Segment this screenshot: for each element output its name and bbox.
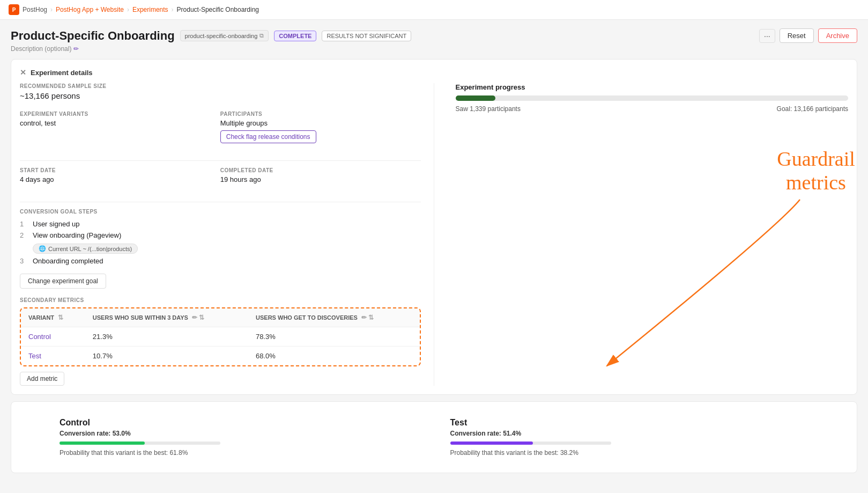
control-col1: 21.3% xyxy=(85,327,248,347)
progress-bar-fill xyxy=(456,95,496,101)
experiment-details-toggle[interactable]: ✕ Experiment details xyxy=(20,68,848,77)
variants-section: EXPERIMENT VARIANTS control, test xyxy=(20,111,220,143)
col-variant: VARIANT ⇅ xyxy=(21,308,85,327)
step-2: 2 View onboarding (Pageview) xyxy=(20,231,421,239)
page-title: Product-Specific Onboarding xyxy=(11,29,175,43)
dates-row: START DATE 4 days ago COMPLETED DATE 19 … xyxy=(20,167,421,194)
divider xyxy=(20,160,421,161)
test-col2: 68.0% xyxy=(248,347,419,366)
experiment-card: ✕ Experiment details RECOMMENDED SAMPLE … xyxy=(11,59,857,395)
result-control: Control Conversion rate: 53.0% Probabili… xyxy=(43,418,434,457)
sample-size-value: ~13,166 persons xyxy=(20,91,421,100)
sample-size-section: RECOMMENDED SAMPLE SIZE ~13,166 persons xyxy=(20,83,421,100)
secondary-metrics-label: SECONDARY METRICS xyxy=(20,297,421,303)
sample-size-label: RECOMMENDED SAMPLE SIZE xyxy=(20,83,421,89)
step-3: 3 Onboarding completed xyxy=(20,257,421,265)
secondary-metrics-section: SECONDARY METRICS VARIANT ⇅ xyxy=(20,297,421,386)
progress-section: Experiment progress Saw 1,339 participan… xyxy=(456,83,849,113)
description-row: Description (optional) ✏ xyxy=(11,45,857,53)
experiment-details-label: Experiment details xyxy=(31,69,93,77)
goal-steps-section: CONVERSION GOAL STEPS 1 User signed up 2… xyxy=(20,209,421,265)
current-page-label: Product-Specific Onboarding xyxy=(177,6,259,13)
metrics-table-wrapper: VARIANT ⇅ USERS WHO SUB WITHIN 3 DAYS ✏ … xyxy=(20,307,421,366)
progress-labels: Saw 1,339 participants Goal: 13,166 part… xyxy=(456,105,849,113)
collapse-icon: ✕ xyxy=(20,68,26,77)
result-control-cr: Conversion rate: 53.0% xyxy=(60,430,418,437)
results-section: Control Conversion rate: 53.0% Probabili… xyxy=(11,401,857,473)
title-row: Product-Specific Onboarding product-spec… xyxy=(11,29,411,43)
brand-link[interactable]: PostHog xyxy=(23,6,47,13)
start-date-label: START DATE xyxy=(20,167,220,173)
page-header: Product-Specific Onboarding product-spec… xyxy=(11,28,857,43)
copy-icon[interactable]: ⧉ xyxy=(259,32,264,39)
url-chip: 🌐 Current URL ~ /(...tion|products) xyxy=(33,244,138,254)
progress-bar-container xyxy=(456,95,849,101)
result-control-bar xyxy=(60,442,145,445)
metrics-header-row: VARIANT ⇅ USERS WHO SUB WITHIN 3 DAYS ✏ … xyxy=(21,308,420,327)
check-flag-button[interactable]: Check flag release conditions xyxy=(220,130,316,143)
participants-value: Multiple groups xyxy=(220,119,421,127)
variants-value: control, test xyxy=(20,119,220,127)
participants-label: PARTICIPANTS xyxy=(220,111,421,117)
archive-button[interactable]: Archive xyxy=(818,28,857,43)
posthog-logo: P xyxy=(9,4,19,15)
url-chip-text: Current URL ~ /(...tion|products) xyxy=(48,246,132,252)
status-complete-badge: COMPLETE xyxy=(274,31,316,41)
progress-saw: Saw 1,339 participants xyxy=(456,105,521,113)
result-test-prob: Probability that this variant is the bes… xyxy=(450,449,809,457)
result-control-bar-container xyxy=(60,442,220,445)
details-right: Experiment progress Saw 1,339 participan… xyxy=(434,83,849,386)
edit-description-icon[interactable]: ✏ xyxy=(73,45,79,53)
participants-section: PARTICIPANTS Multiple groups Check flag … xyxy=(220,111,421,143)
slug-text: product-specific-onboarding xyxy=(185,33,258,39)
variant-test-link[interactable]: Test xyxy=(28,352,41,360)
col-sub-3days: USERS WHO SUB WITHIN 3 DAYS ✏ ⇅ xyxy=(85,308,248,327)
page-container: Product-Specific Onboarding product-spec… xyxy=(0,20,868,493)
divider2 xyxy=(20,202,421,202)
experiment-details-grid: RECOMMENDED SAMPLE SIZE ~13,166 persons … xyxy=(20,83,848,386)
table-row: Test 10.7% 68.0% xyxy=(21,347,420,366)
completed-date-label: COMPLETED DATE xyxy=(220,167,421,173)
guardrail-annotation: Guardrail metrics xyxy=(768,148,864,249)
result-test-name: Test xyxy=(450,418,809,428)
status-significance-badge: RESULTS NOT SIGNIFICANT xyxy=(322,31,411,41)
result-test-bar xyxy=(450,442,533,445)
completed-date-section: COMPLETED DATE 19 hours ago xyxy=(220,167,421,183)
result-test-bar-container xyxy=(450,442,611,445)
change-experiment-goal-button[interactable]: Change experiment goal xyxy=(20,274,106,289)
section-link[interactable]: Experiments xyxy=(132,6,168,13)
metrics-table: VARIANT ⇅ USERS WHO SUB WITHIN 3 DAYS ✏ … xyxy=(21,308,420,365)
reset-button[interactable]: Reset xyxy=(780,28,814,43)
result-control-name: Control xyxy=(60,418,418,428)
start-date-section: START DATE 4 days ago xyxy=(20,167,220,183)
details-left: RECOMMENDED SAMPLE SIZE ~13,166 persons … xyxy=(20,83,434,386)
result-test-cr: Conversion rate: 51.4% xyxy=(450,430,809,437)
guardrail-arrow xyxy=(768,194,864,248)
header-actions: ··· Reset Archive xyxy=(759,28,857,43)
slug-badge: product-specific-onboarding ⧉ xyxy=(180,30,269,41)
test-col1: 10.7% xyxy=(85,347,248,366)
project-link[interactable]: PostHog App + Website xyxy=(56,6,124,13)
result-test: Test Conversion rate: 51.4% Probability … xyxy=(434,418,825,457)
variant-control-link[interactable]: Control xyxy=(28,333,51,341)
breadcrumb: P PostHog › PostHog App + Website › Expe… xyxy=(0,0,868,20)
completed-date-value: 19 hours ago xyxy=(220,175,421,183)
table-row: Control 21.3% 78.3% xyxy=(21,327,420,347)
step-1: 1 User signed up xyxy=(20,220,421,228)
start-date-value: 4 days ago xyxy=(20,175,220,183)
progress-title: Experiment progress xyxy=(456,83,849,91)
control-col2: 78.3% xyxy=(248,327,419,347)
variants-participants-row: EXPERIMENT VARIANTS control, test PARTIC… xyxy=(20,111,421,154)
variants-label: EXPERIMENT VARIANTS xyxy=(20,111,220,117)
col-discoveries: USERS WHO GET TO DISCOVERIES ✏ ⇅ xyxy=(248,308,419,327)
more-options-button[interactable]: ··· xyxy=(759,29,775,43)
description-text: Description (optional) xyxy=(11,45,71,53)
goal-steps-label: CONVERSION GOAL STEPS xyxy=(20,209,421,215)
progress-goal: Goal: 13,166 participants xyxy=(777,105,848,113)
add-metric-button[interactable]: Add metric xyxy=(20,372,64,386)
result-control-prob: Probability that this variant is the bes… xyxy=(60,449,418,457)
